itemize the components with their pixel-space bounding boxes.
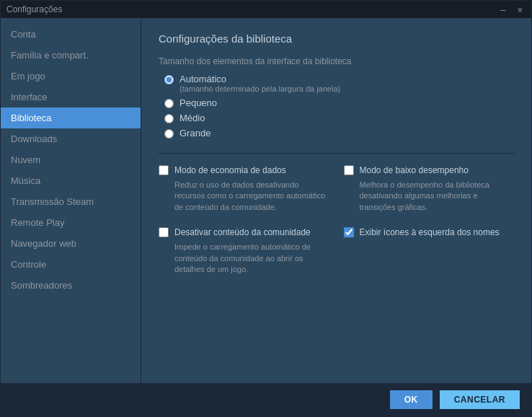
radio-group: Automático(tamanho determinado pela larg…: [159, 74, 514, 139]
radio-label-grande: Grande: [179, 128, 210, 139]
checkbox-header-baixo-desempenho: Modo de baixo desempenho: [344, 165, 515, 175]
minimize-button[interactable]: –: [497, 4, 508, 15]
content-area: ContaFamília e compart.Em jogoInterfaceB…: [1, 18, 531, 383]
title-bar: Configurações – ×: [1, 1, 531, 18]
settings-window: Configurações – × ContaFamília e compart…: [0, 0, 532, 417]
sidebar-item-controle[interactable]: Controle: [1, 254, 141, 275]
checkbox-label-baixo-desempenho: Modo de baixo desempenho: [360, 165, 469, 175]
close-button[interactable]: ×: [514, 4, 526, 15]
checkbox-desc-economia-dados: Reduz o uso de dados desativando recurso…: [159, 180, 329, 213]
checkbox-label-desativar-comunidade: Desativar conteúdo da comunidade: [174, 227, 311, 237]
radio-label-pequeno: Pequeno: [179, 97, 217, 108]
checkbox-header-exibir-icones: Exibir ícones à esquerda dos nomes: [344, 227, 515, 237]
radio-item-grande[interactable]: Grande: [164, 128, 514, 139]
sidebar-item-downloads[interactable]: Downloads: [1, 128, 141, 149]
sidebar-item-sombreadores[interactable]: Sombreadores: [1, 275, 141, 296]
ok-button[interactable]: OK: [390, 390, 433, 409]
checkbox-block-exibir-icones: Exibir ícones à esquerda dos nomes: [344, 227, 515, 275]
section-title: Configurações da biblioteca: [159, 32, 514, 45]
sidebar-item-navegador[interactable]: Navegador web: [1, 233, 141, 254]
checkbox-baixo-desempenho[interactable]: [344, 165, 354, 175]
checkbox-desc-baixo-desempenho: Melhora o desempenho da biblioteca desat…: [344, 180, 515, 213]
footer: OK CANCELAR: [1, 383, 531, 416]
radio-medio[interactable]: [164, 114, 174, 123]
sidebar-item-transmissao[interactable]: Transmissão Steam: [1, 191, 141, 212]
sidebar-item-conta[interactable]: Conta: [1, 24, 141, 45]
size-label: Tamanho dos elementos da interface da bi…: [159, 56, 514, 66]
sidebar: ContaFamília e compart.Em jogoInterfaceB…: [1, 18, 141, 383]
checkbox-economia-dados[interactable]: [159, 165, 169, 175]
radio-item-pequeno[interactable]: Pequeno: [164, 97, 514, 108]
sidebar-item-em-jogo[interactable]: Em jogo: [1, 66, 141, 87]
radio-item-medio[interactable]: Médio: [164, 113, 514, 123]
checkbox-header-desativar-comunidade: Desativar conteúdo da comunidade: [159, 227, 329, 237]
radio-automatico[interactable]: [164, 75, 174, 84]
sidebar-item-nuvem[interactable]: Nuvem: [1, 149, 141, 170]
radio-label-automatico: Automático: [179, 74, 340, 84]
window-title: Configurações: [6, 4, 62, 14]
sidebar-item-biblioteca[interactable]: Biblioteca: [1, 107, 141, 128]
size-section: Tamanho dos elementos da interface da bi…: [159, 56, 514, 139]
checkbox-block-economia-dados: Modo de economia de dadosReduz o uso de …: [159, 165, 329, 213]
checkbox-block-desativar-comunidade: Desativar conteúdo da comunidadeImpede o…: [159, 227, 329, 275]
checkbox-desativar-comunidade[interactable]: [159, 227, 169, 237]
checkbox-label-exibir-icones: Exibir ícones à esquerda dos nomes: [360, 227, 500, 237]
main-panel: Configurações da biblioteca Tamanho dos …: [141, 18, 531, 383]
sidebar-item-remote-play[interactable]: Remote Play: [1, 212, 141, 233]
divider: [159, 153, 514, 154]
checkbox-header-economia-dados: Modo de economia de dados: [159, 165, 329, 175]
checkbox-exibir-icones[interactable]: [344, 227, 354, 237]
checkbox-block-baixo-desempenho: Modo de baixo desempenhoMelhora o desemp…: [344, 165, 515, 213]
cancel-button[interactable]: CANCELAR: [440, 390, 520, 409]
radio-item-automatico[interactable]: Automático(tamanho determinado pela larg…: [164, 74, 514, 93]
checkboxes-grid: Modo de economia de dadosReduz o uso de …: [159, 165, 514, 275]
radio-sub-automatico: (tamanho determinado pela largura da jan…: [179, 84, 340, 93]
checkbox-label-economia-dados: Modo de economia de dados: [174, 165, 286, 175]
radio-grande[interactable]: [164, 129, 174, 139]
checkbox-desc-desativar-comunidade: Impede o carregamento automático de cont…: [159, 242, 329, 275]
radio-label-medio: Médio: [179, 113, 205, 123]
sidebar-item-interface[interactable]: Interface: [1, 87, 141, 107]
title-bar-controls: – ×: [497, 4, 526, 15]
radio-pequeno[interactable]: [164, 99, 174, 108]
sidebar-item-familia[interactable]: Família e compart.: [1, 45, 141, 66]
sidebar-item-musica[interactable]: Música: [1, 170, 141, 191]
